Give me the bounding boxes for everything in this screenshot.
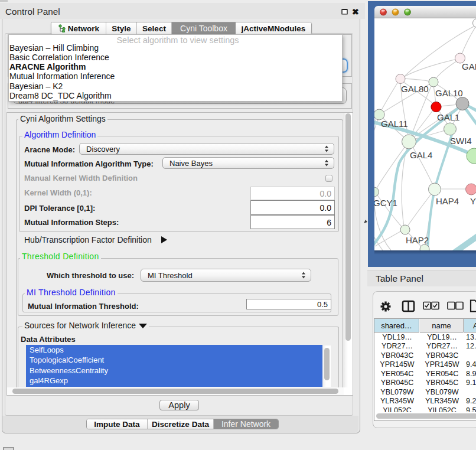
svg-text:GAL11: GAL11 <box>381 119 408 129</box>
svg-text:GAL4: GAL4 <box>410 150 432 160</box>
svg-text:Y: Y <box>470 196 476 206</box>
svg-text:GAL80: GAL80 <box>401 84 429 94</box>
svg-text:GAL10: GAL10 <box>435 88 463 98</box>
svg-text:GAL1: GAL1 <box>437 112 459 122</box>
svg-text:GAL2: GAL2 <box>462 61 476 71</box>
svg-text:HAP2: HAP2 <box>406 235 429 245</box>
svg-text:GCY1: GCY1 <box>374 198 397 208</box>
svg-text:HAP4: HAP4 <box>436 196 459 206</box>
svg-text:SWI4: SWI4 <box>450 136 472 146</box>
